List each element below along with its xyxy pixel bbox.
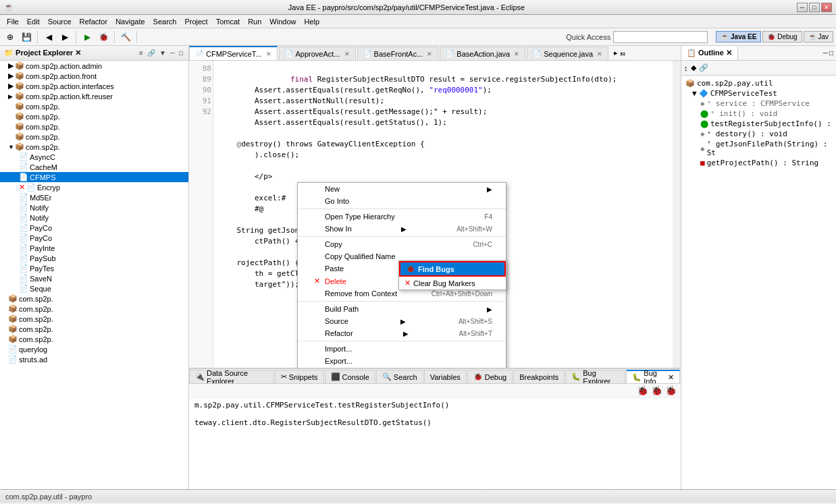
ctx-go-into[interactable]: Go Into [298,195,506,207]
tree-cfmps[interactable]: 📄 CFMPS [0,172,188,182]
new-button[interactable]: ⊕ [3,30,18,44]
tab-basefront-close[interactable]: ✕ [427,51,432,57]
bug-icon-1[interactable]: 🐞 [637,385,648,396]
tab-cfmpservice[interactable]: 📄 CFMPServiceT... ✕ [189,46,278,60]
ctx-copy[interactable]: Copy Ctrl+C [298,238,506,250]
tree-item-5[interactable]: 📦 com.sp2p. [0,111,188,121]
menu-file[interactable]: File [3,16,23,27]
menu-help[interactable]: Help [300,16,323,27]
ctx-export[interactable]: Export... [298,355,506,367]
tree-sp2p9[interactable]: 📦 com.sp2p. [0,293,188,304]
tab-console[interactable]: ⬛ Console [325,370,375,383]
tree-payco2[interactable]: 📄 PayCo [0,233,188,243]
tree-paytes[interactable]: 📄 PayTes [0,263,188,273]
tree-item-3[interactable]: ▶ 📦 com.sp2p.action.kft.reuser [0,91,188,101]
submenu-find-bugs[interactable]: 🐞 Find Bugs [399,261,506,277]
outline-package[interactable]: 📦 com.sp2p.pay.util [684,78,833,88]
collapse-all-icon[interactable]: ≡ [138,49,145,57]
tab-variables[interactable]: Variables [424,370,467,383]
outline-maximize[interactable]: □ [829,49,833,57]
tab-datasource[interactable]: 🔌 Data Source Explorer [189,370,274,383]
outline-class[interactable]: ▼ 🔷 CFMPServiceTest [684,88,833,99]
tree-paysub[interactable]: 📄 PaySub [0,253,188,263]
tree-saven[interactable]: 📄 SaveN [0,273,188,283]
tree-payinte[interactable]: 📄 PayInte [0,243,188,253]
outline-getjsonfilepath[interactable]: ◆ ᶠ getJsonFilePath(String) : St [684,139,833,158]
outline-minimize[interactable]: ─ [823,49,828,57]
back-button[interactable]: ◀ [41,30,56,44]
tab-search[interactable]: 🔍 Search [376,370,423,383]
tree-item-7[interactable]: 📦 com.sp2p. [0,132,188,142]
outline-service[interactable]: ◆ ˢ service : CFMPService [684,99,833,109]
minimize-button[interactable]: ─ [797,3,808,12]
menu-run[interactable]: Run [244,16,265,27]
tab-baseaction-close[interactable]: ✕ [514,51,519,57]
ctx-refactor[interactable]: Refactor ▶Alt+Shift+T [298,327,506,339]
link-editor-icon[interactable]: 🔗 [146,49,157,57]
tree-encryp[interactable]: ✕ 📄 Encryp [0,182,188,192]
tree-seque[interactable]: 📄 Seque [0,283,188,293]
editor-scrollbar[interactable] [673,61,681,368]
tree-item-2[interactable]: ▶ 📦 com.sp2p.action.interfaces [0,81,188,91]
outline-init[interactable]: ⬤ ˢ init() : void [684,109,833,119]
build-button[interactable]: 🔨 [118,30,133,44]
tab-outline[interactable]: 📋 Outline ✕ [681,46,738,60]
menu-project[interactable]: Project [180,16,211,27]
menu-navigate[interactable]: Navigate [111,16,149,27]
ctx-source[interactable]: Source ▶Alt+Shift+S [298,315,506,327]
maximize-button[interactable]: □ [809,3,820,12]
outline-destory[interactable]: ◆ ˢ destory() : void [684,129,833,139]
tree-item-1[interactable]: ▶ 📦 com.sp2p.action.front [0,71,188,81]
ctx-build-path[interactable]: Build Path ▶ [298,303,506,315]
tree-notify2[interactable]: 📄 Notify [0,213,188,223]
tree-struts[interactable]: 📄 struts.ad [0,354,188,364]
perspective-jav[interactable]: ☕ Jav [804,31,833,43]
tab-cfmpservice-close[interactable]: ✕ [266,51,271,57]
bug-icon-3[interactable]: 🐞 [665,385,677,396]
save-button[interactable]: 💾 [19,30,34,44]
tree-item-0[interactable]: ▶ 📦 com.sp2p.action.admin [0,61,188,71]
tree-cache[interactable]: 📄 CacheM [0,162,188,172]
minimize-panel-icon[interactable]: ─ [169,49,176,57]
tree-sp2p11[interactable]: 📦 com.sp2p. [0,314,188,324]
outline-test-register[interactable]: ⬤ testRegisterSubjectInfo() : [684,119,833,129]
forward-button[interactable]: ▶ [57,30,72,44]
menu-source[interactable]: Source [44,16,76,27]
bug-icon-2[interactable]: 🐞 [651,385,662,396]
tree-item-6[interactable]: 📦 com.sp2p. [0,121,188,132]
maximize-panel-icon[interactable]: □ [178,49,184,57]
tree-notify1[interactable]: 📄 Notify [0,202,188,213]
submenu-clear-bug-markers[interactable]: ✕ Clear Bug Markers [399,277,506,289]
tab-overflow[interactable]: ▸ ₃₂ [610,49,629,57]
view-menu-icon[interactable]: ▼ [158,49,167,57]
ctx-show-in[interactable]: Show In ▶Alt+Shift+W [298,223,506,235]
menu-edit[interactable]: Edit [23,16,44,27]
tab-bug-info[interactable]: 🐛 Bug Info ✕ [626,370,680,383]
tab-debug[interactable]: 🐞 Debug [467,370,513,383]
ctx-new[interactable]: New ▶ [298,183,506,195]
tree-item-open[interactable]: ▼ 📦 com.sp2p. [0,142,188,152]
outline-sort-icon[interactable]: ↕ [684,64,688,72]
outline-hide-fields-icon[interactable]: ◆ [691,63,696,72]
outline-getprojectpath[interactable]: ■ getProjectPath() : String [684,158,833,168]
close-button[interactable]: ✕ [821,3,832,12]
tree-async[interactable]: 📄 AsyncC [0,152,188,162]
outline-link-icon[interactable]: 🔗 [699,63,708,72]
ctx-import[interactable]: Import... [298,343,506,355]
tree-sp2p12[interactable]: 📦 com.sp2p. [0,324,188,334]
perspective-javaee[interactable]: ☕ Java EE [716,31,761,43]
run-button[interactable]: ▶ [80,30,95,44]
tab-snippets[interactable]: ✂ Snippets [275,370,324,383]
debug-button[interactable]: 🐞 [96,30,111,44]
tab-sequence-close[interactable]: ✕ [597,51,602,57]
tab-breakpoints[interactable]: Breakpoints [513,370,565,383]
tab-basefront[interactable]: 📄 BaseFrontAc... ✕ [357,47,439,60]
tree-item-4[interactable]: 📦 com.sp2p. [0,101,188,111]
menu-refactor[interactable]: Refactor [76,16,112,27]
menu-search[interactable]: Search [149,16,181,27]
menu-tomcat[interactable]: Tomcat [212,16,244,27]
tab-approveact-close[interactable]: ✕ [344,51,350,57]
menu-window[interactable]: Window [265,16,300,27]
tab-sequence[interactable]: 📄 Sequence.java ✕ [527,47,608,60]
ctx-open-type[interactable]: Open Type Hierarchy F4 [298,211,506,223]
